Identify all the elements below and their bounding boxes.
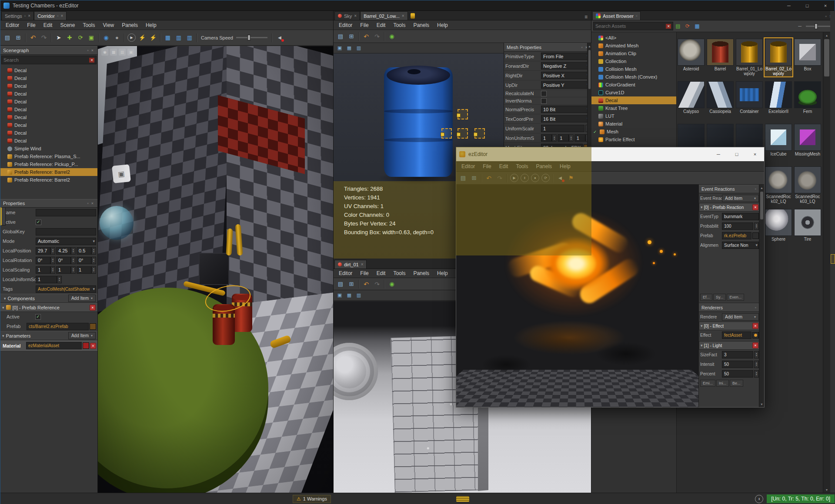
zoom-out-icon[interactable]: ─ [798, 23, 802, 29]
eye-icon[interactable]: ◉ [387, 279, 397, 289]
camera-icon[interactable]: ▣ [335, 44, 344, 53]
float-icon[interactable]: ▫ [580, 45, 584, 50]
alignment-dropdown[interactable]: Surface Non [722, 242, 759, 249]
close-icon[interactable]: × [60, 13, 63, 18]
thumbnail-view-icon[interactable]: ▦ [692, 21, 702, 31]
camera-billboard-icon[interactable]: ▣ [112, 164, 131, 183]
grid-icon[interactable]: ▦ [345, 44, 354, 53]
component-active-checkbox[interactable]: ✓ [35, 314, 41, 320]
close-icon[interactable]: × [354, 13, 357, 18]
tab-effect[interactable]: Ef... [700, 294, 712, 301]
tree-item-decal[interactable]: Decal [0, 82, 97, 90]
camera-icon[interactable]: ▣ [335, 291, 344, 300]
panel-icon[interactable]: ▥ [354, 44, 363, 53]
tab-corridor[interactable]: Corridor ▫ × [34, 11, 67, 20]
menu-file[interactable]: File [356, 21, 372, 30]
tree-item-decal[interactable]: Decal [0, 137, 97, 145]
audio-mute-icon[interactable]: ◄ [274, 33, 285, 43]
log-counters-badge[interactable]: [Un: 0, Tr: 5, Th: 0, Err: 0] [767, 494, 835, 503]
tree-item-all[interactable]: <All> [591, 34, 676, 42]
menu-tools[interactable]: Tools [512, 162, 532, 171]
redo-icon[interactable]: ↷ [372, 31, 382, 42]
recalculate-normals-checkbox[interactable] [541, 91, 547, 96]
up-dir-dropdown[interactable]: Positive Y [541, 81, 590, 89]
tab-sky[interactable]: Sky × [334, 11, 360, 20]
redo-icon[interactable]: ↷ [494, 173, 505, 183]
tab-emitter[interactable]: Emi... [700, 380, 715, 387]
menu-edit[interactable]: Edit [495, 162, 512, 171]
close-icon[interactable]: × [746, 147, 764, 161]
menu-help[interactable]: Help [433, 269, 452, 278]
import-assets-icon[interactable]: ▤ [673, 21, 683, 31]
menu-help[interactable]: Help [142, 21, 160, 30]
tree-item-colorgradient[interactable]: ColorGradient [591, 81, 676, 89]
rotation-y-stepper[interactable] [71, 257, 76, 264]
search-clear-icon[interactable]: × [666, 24, 671, 29]
menu-edit[interactable]: Edit [373, 269, 390, 278]
float-icon[interactable]: ▫ [754, 305, 758, 310]
tree-item-decal[interactable]: Decal [0, 74, 97, 82]
probability-stepper[interactable] [754, 222, 759, 230]
menu-editor[interactable]: Editor [335, 21, 356, 30]
pause-log-icon[interactable]: ‖ [755, 495, 763, 503]
close-icon[interactable]: × [816, 0, 835, 10]
uniform-scaling-input[interactable]: 1 [541, 125, 584, 132]
size-factor-input[interactable]: 3 [722, 351, 753, 358]
save-icon[interactable]: ▤ [458, 173, 468, 183]
intensity-stepper[interactable] [754, 361, 759, 368]
tab-system[interactable]: Sy... [713, 294, 726, 301]
asset-item-selected[interactable]: Barrel_02_Lowpoly [765, 38, 792, 76]
parameters-section-header[interactable]: ▾Parameters Add Item [0, 331, 97, 340]
pin-icon[interactable]: ⚑ [566, 173, 576, 183]
right-dir-dropdown[interactable]: Positive X [541, 72, 590, 79]
panel-icon[interactable]: ▥ [354, 291, 363, 300]
menu-editor[interactable]: Editor [335, 269, 356, 278]
menu-editor[interactable]: Editor [2, 21, 23, 30]
perspective-icon[interactable]: ▦ [110, 49, 117, 56]
tab-asset-browser[interactable]: Asset Browser ▫ [592, 11, 641, 20]
prefab-reaction-group-header[interactable]: ▾ [0] - Prefab Reaction × [699, 203, 760, 212]
add-renderer-button[interactable]: Add Item [722, 313, 759, 321]
remove-icon[interactable]: × [752, 204, 758, 210]
float-icon[interactable]: ▫ [636, 13, 638, 18]
minimize-icon[interactable]: ─ [709, 147, 728, 161]
tree-item-material[interactable]: Material [591, 120, 676, 128]
transform-all-icon[interactable]: ⟳ [683, 21, 692, 31]
tab-barrel-02-low[interactable]: Barrel_02_Low... × [360, 11, 407, 20]
active-checkbox[interactable]: ✓ [36, 219, 41, 225]
scene-viewport[interactable]: ▣ ◉ ▦ ▥ ▣ [98, 46, 333, 493]
dock-target-gizmo[interactable] [458, 109, 468, 119]
scenegraph-search-input[interactable] [3, 57, 89, 63]
eye-icon[interactable]: ◉ [387, 31, 397, 42]
save-icon[interactable]: ▤ [335, 31, 346, 42]
components-section-header[interactable]: × ▾Components Add Item [0, 294, 97, 303]
asset-grid-scrollbar[interactable] [823, 32, 830, 493]
play-icon[interactable]: ▶ [510, 174, 518, 182]
nonuniform-y-stepper[interactable] [569, 134, 574, 142]
simulate-bolt-icon[interactable]: ⚡ [137, 33, 147, 43]
save-icon[interactable]: ▤ [335, 279, 346, 289]
uniform-scaling-stepper[interactable] [57, 276, 62, 283]
add-event-reaction-button[interactable]: Add Item [722, 195, 759, 202]
menu-edit[interactable]: Edit [40, 21, 57, 30]
translate-gizmo-icon[interactable]: ✚ [64, 33, 75, 43]
reaction-prefab-input[interactable]: rk.ezPrefab [722, 232, 752, 239]
menu-panels[interactable]: Panels [118, 21, 142, 30]
loop-icon[interactable]: ⟳ [541, 174, 550, 182]
play-game-bolt-icon[interactable]: ⚡ [148, 33, 158, 43]
menu-panels[interactable]: Panels [532, 162, 556, 171]
rotate-gizmo-icon[interactable]: ⟳ [75, 33, 86, 43]
globalkey-input[interactable] [36, 228, 96, 235]
scaling-x-stepper[interactable] [50, 266, 55, 274]
tab-initializers[interactable]: Ini... [716, 380, 729, 387]
asset-item[interactable]: Asteroid [677, 38, 705, 72]
component-prefab-reference-header[interactable]: ▾ [0] - Prefab Reference × [0, 303, 97, 312]
asset-item[interactable]: Tire [794, 209, 822, 242]
material-color-swatch[interactable] [83, 342, 89, 349]
dock-target-gizmo[interactable] [458, 128, 468, 139]
window-titlebar[interactable]: Testing Chambers - ezEditor ─ □ × [0, 0, 835, 11]
tab-behaviors[interactable]: Be... [730, 380, 743, 387]
tree-item-curve1d[interactable]: Curve1D [591, 89, 676, 96]
asset-item[interactable]: MissingMesh [794, 123, 822, 157]
asset-item[interactable]: ScannedRock03_LQ [794, 166, 822, 204]
